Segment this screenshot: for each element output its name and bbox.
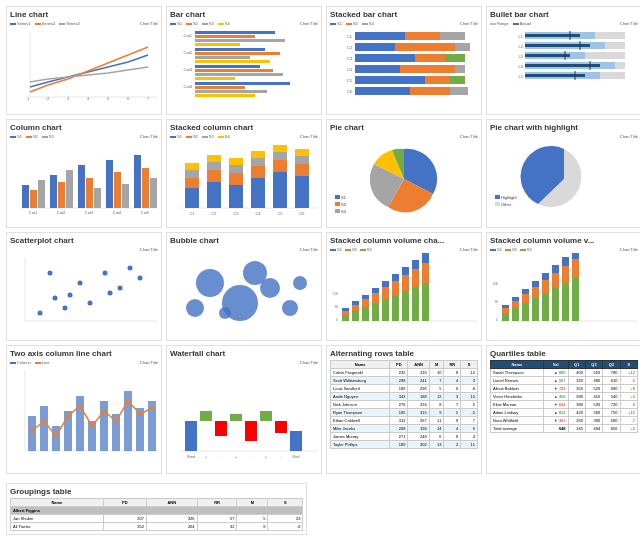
waterfall-area: Chart Title (170, 360, 318, 470)
quartiles-table: Name Val Q1 Q2 Q3 S Sarah Thompson▲ 8904… (490, 360, 638, 433)
svg-rect-216 (572, 259, 579, 278)
svg-rect-172 (372, 303, 379, 321)
svg-rect-194 (502, 313, 509, 321)
quartiles-area: Name Val Q1 Q2 Q3 S Sarah Thompson▲ 8904… (490, 360, 638, 470)
svg-rect-86 (86, 178, 93, 208)
svg-rect-184 (412, 287, 419, 321)
svg-rect-165 (342, 308, 349, 311)
quartiles-table-cell: Quartiles table Name Val Q1 Q2 Q3 S (486, 345, 640, 474)
svg-point-243 (138, 412, 142, 416)
svg-rect-104 (207, 182, 221, 208)
svg-rect-88 (106, 160, 113, 208)
svg-rect-203 (532, 298, 539, 321)
svg-rect-82 (50, 175, 57, 208)
table-row: Louis Sandford18629056-8 (331, 385, 478, 393)
svg-rect-186 (412, 260, 419, 269)
svg-text:-: - (250, 454, 252, 459)
col-s: S (461, 361, 478, 369)
svg-rect-200 (522, 303, 529, 321)
svg-point-242 (126, 399, 130, 403)
svg-rect-118 (273, 152, 287, 160)
svg-point-146 (88, 301, 93, 306)
two-axis-svg (10, 366, 158, 466)
svg-rect-206 (542, 293, 549, 321)
svg-rect-92 (142, 168, 149, 208)
svg-point-144 (63, 306, 68, 311)
svg-rect-63 (525, 54, 570, 57)
svg-rect-103 (185, 163, 199, 170)
two-axis-area: Column Line Chart Title (10, 360, 158, 470)
svg-rect-102 (185, 170, 199, 178)
stacked-vol1-area: S1 S2 S3 Chart Title (330, 247, 478, 337)
svg-rect-17 (195, 65, 260, 68)
svg-rect-201 (522, 294, 529, 303)
svg-rect-13 (195, 48, 265, 51)
table-row: Total average648345494656+2 (491, 425, 638, 433)
svg-rect-91 (134, 155, 141, 208)
svg-rect-169 (362, 307, 369, 321)
svg-rect-120 (295, 176, 309, 208)
svg-text:End: End (292, 454, 299, 459)
svg-rect-93 (150, 178, 157, 208)
svg-rect-212 (562, 283, 569, 321)
pie-highlight-title: Pie chart with highlight (490, 123, 638, 132)
stacked-vol2-title: Stacked column volume v... (490, 236, 638, 245)
table-row: Elise Moreau▼ 634380530720-9 (491, 401, 638, 409)
svg-rect-253 (290, 431, 302, 451)
groupings-title: Groupings table (10, 487, 303, 496)
svg-rect-79 (22, 185, 29, 208)
svg-rect-250 (245, 421, 257, 441)
svg-rect-114 (251, 158, 265, 166)
svg-text:100: 100 (493, 282, 498, 286)
svg-rect-187 (422, 283, 429, 321)
svg-rect-132 (335, 202, 340, 206)
svg-rect-34 (455, 43, 470, 51)
scatter-chart-cell: Scatterplot chart Chart Title (6, 232, 162, 341)
waterfall-svg: Start + - + - + - End (170, 366, 318, 466)
g-col-rr: RR (197, 499, 237, 507)
svg-rect-42 (425, 76, 450, 84)
svg-text:100: 100 (333, 292, 338, 296)
main-container: Line chart Series1 Series2 Series3 Chart… (0, 0, 640, 541)
svg-rect-202 (522, 289, 529, 294)
svg-rect-85 (78, 165, 85, 208)
stacked-vol1-cell: Stacked column volume cha... S1 S2 S3 Ch… (326, 232, 482, 341)
svg-rect-251 (260, 411, 272, 421)
svg-text:C3: C3 (347, 56, 353, 61)
svg-text:Cat2: Cat2 (184, 50, 193, 55)
svg-rect-11 (195, 39, 285, 42)
table-row: Ali Trunks352204329-8 (11, 523, 303, 531)
svg-rect-208 (542, 273, 549, 280)
table-row: Ryan Thompson19531595-5 (331, 409, 478, 417)
svg-rect-188 (422, 263, 429, 283)
two-axis-title: Two axis column line chart (10, 349, 158, 358)
svg-point-148 (108, 291, 113, 296)
line-chart-cell: Line chart Series1 Series2 Series3 Chart… (6, 6, 162, 115)
svg-rect-177 (382, 281, 389, 287)
svg-rect-122 (295, 156, 309, 164)
table-row: Sarah Thompson▲ 890400550780+12 (491, 369, 638, 377)
svg-text:Other: Other (501, 202, 512, 207)
svg-point-142 (38, 311, 43, 316)
g-col-m: M (237, 499, 268, 507)
pie-chart-title: Pie chart (330, 123, 478, 132)
svg-rect-116 (273, 172, 287, 208)
bubble-chart-area: Chart Title (170, 247, 318, 337)
svg-rect-10 (195, 35, 255, 38)
svg-rect-198 (512, 301, 519, 308)
line-chart-area: Series1 Series2 Series3 Chart Title 1 2 … (10, 21, 158, 111)
svg-point-157 (282, 300, 298, 316)
svg-rect-41 (355, 76, 425, 84)
svg-text:Cat4: Cat4 (184, 84, 193, 89)
svg-rect-44 (355, 87, 410, 95)
column-chart-svg: Cat1 Cat2 Cat3 Cat4 Cat5 (10, 140, 158, 218)
svg-text:C2: C2 (211, 211, 217, 216)
svg-rect-37 (445, 54, 465, 62)
svg-rect-45 (410, 87, 450, 95)
groupings-section: Groupings table Name PD ANN RR M S Alber… (0, 480, 640, 541)
column-chart-title: Column chart (10, 123, 158, 132)
q-col-q2: Q2 (585, 361, 602, 369)
table-row: James Murray27124868-3 (331, 433, 478, 441)
column-chart-cell: Column chart S1 S2 S3 Chart Title (6, 119, 162, 228)
waterfall-chart-cell: Waterfall chart Chart Title (166, 345, 322, 474)
